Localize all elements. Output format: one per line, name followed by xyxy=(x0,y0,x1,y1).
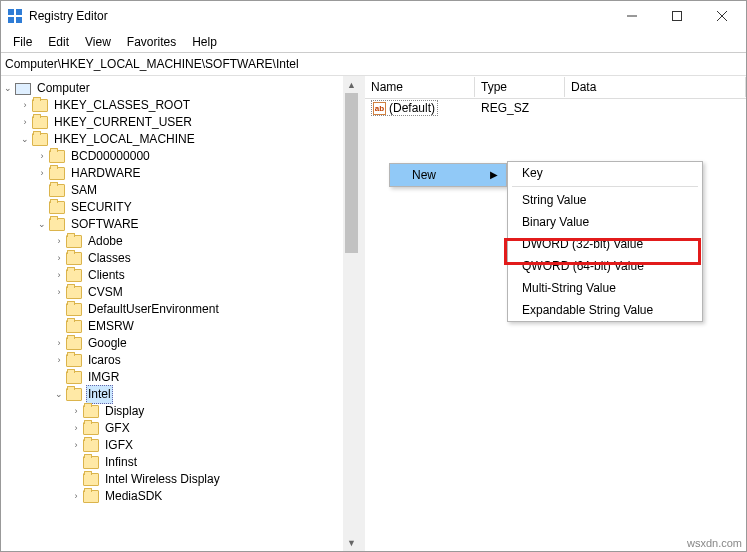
menu-favorites[interactable]: Favorites xyxy=(119,33,184,51)
submenu-arrow-icon: ▶ xyxy=(490,169,498,180)
app-icon xyxy=(7,8,23,24)
minimize-button[interactable] xyxy=(609,2,654,30)
tree-item[interactable]: EMSRW xyxy=(86,318,136,335)
folder-icon xyxy=(32,116,48,129)
expander-icon[interactable]: ⌄ xyxy=(1,80,15,97)
tree-item[interactable]: IMGR xyxy=(86,369,121,386)
svg-rect-1 xyxy=(16,9,22,15)
scroll-up-icon[interactable]: ▲ xyxy=(343,76,360,93)
folder-icon xyxy=(49,150,65,163)
folder-icon xyxy=(66,354,82,367)
tree-item[interactable]: GFX xyxy=(103,420,132,437)
folder-icon xyxy=(66,303,82,316)
folder-icon xyxy=(49,218,65,231)
folder-icon xyxy=(83,473,99,486)
folder-icon xyxy=(66,235,82,248)
list-row[interactable]: ab (Default) REG_SZ xyxy=(365,99,746,117)
folder-icon xyxy=(66,337,82,350)
tree-item[interactable]: Icaros xyxy=(86,352,123,369)
tree-item[interactable]: IGFX xyxy=(103,437,135,454)
expander-icon[interactable]: › xyxy=(52,335,66,352)
scroll-down-icon[interactable]: ▼ xyxy=(343,534,360,551)
folder-icon xyxy=(66,252,82,265)
tree-item[interactable]: Google xyxy=(86,335,129,352)
expander-icon[interactable]: › xyxy=(69,488,83,505)
expander-icon[interactable]: › xyxy=(18,97,32,114)
tree-item[interactable]: BCD00000000 xyxy=(69,148,152,165)
tree-hkcr[interactable]: HKEY_CLASSES_ROOT xyxy=(52,97,192,114)
svg-rect-5 xyxy=(672,12,681,21)
menu-item-multistring[interactable]: Multi-String Value xyxy=(508,277,702,299)
expander-icon[interactable]: ⌄ xyxy=(18,131,32,148)
expander-icon[interactable]: › xyxy=(35,165,49,182)
expander-icon[interactable]: ⌄ xyxy=(35,216,49,233)
window-controls xyxy=(609,2,744,30)
context-submenu: Key String Value Binary Value DWORD (32-… xyxy=(507,161,703,322)
context-menu: New ▶ xyxy=(389,163,507,187)
folder-icon xyxy=(83,456,99,469)
expander-icon[interactable]: › xyxy=(69,403,83,420)
expander-icon[interactable]: › xyxy=(52,352,66,369)
menu-item-expandstring[interactable]: Expandable String Value xyxy=(508,299,702,321)
expander-icon[interactable]: › xyxy=(69,437,83,454)
maximize-button[interactable] xyxy=(654,2,699,30)
expander-icon[interactable]: ⌄ xyxy=(52,386,66,403)
address-input[interactable] xyxy=(5,57,742,71)
tree-hklm[interactable]: HKEY_LOCAL_MACHINE xyxy=(52,131,197,148)
menu-item-qword[interactable]: QWORD (64-bit) Value xyxy=(508,255,702,277)
menu-edit[interactable]: Edit xyxy=(40,33,77,51)
address-bar xyxy=(1,53,746,76)
tree-item[interactable]: Display xyxy=(103,403,146,420)
list-header: Name Type Data xyxy=(365,76,746,99)
tree-item[interactable]: Classes xyxy=(86,250,133,267)
tree-item[interactable]: SECURITY xyxy=(69,199,134,216)
tree-software[interactable]: SOFTWARE xyxy=(69,216,141,233)
tree-item[interactable]: Intel Wireless Display xyxy=(103,471,222,488)
tree: ⌄Computer ›HKEY_CLASSES_ROOT ›HKEY_CURRE… xyxy=(1,76,360,505)
col-name[interactable]: Name xyxy=(365,77,475,97)
tree-item[interactable]: Adobe xyxy=(86,233,125,250)
folder-icon xyxy=(66,388,82,401)
menu-item-key[interactable]: Key xyxy=(508,162,702,184)
menu-item-binary[interactable]: Binary Value xyxy=(508,211,702,233)
expander-icon[interactable]: › xyxy=(52,267,66,284)
title-bar: Registry Editor xyxy=(1,1,746,31)
expander-icon[interactable]: › xyxy=(52,250,66,267)
folder-icon xyxy=(49,201,65,214)
tree-item[interactable]: CVSM xyxy=(86,284,125,301)
folder-icon xyxy=(66,371,82,384)
expander-icon[interactable]: › xyxy=(69,420,83,437)
folder-icon xyxy=(66,320,82,333)
menu-item-new[interactable]: New ▶ xyxy=(390,164,506,186)
tree-pane: ⌄Computer ›HKEY_CLASSES_ROOT ›HKEY_CURRE… xyxy=(1,76,360,551)
svg-rect-2 xyxy=(8,17,14,23)
tree-item[interactable]: SAM xyxy=(69,182,99,199)
scroll-thumb[interactable] xyxy=(345,93,358,253)
expander-icon[interactable]: › xyxy=(35,148,49,165)
value-type: REG_SZ xyxy=(475,100,565,116)
tree-scrollbar[interactable]: ▲ ▼ xyxy=(343,76,360,551)
expander-icon[interactable]: › xyxy=(52,284,66,301)
col-data[interactable]: Data xyxy=(565,77,746,97)
tree-intel-selected[interactable]: Intel xyxy=(86,385,113,404)
col-type[interactable]: Type xyxy=(475,77,565,97)
folder-icon xyxy=(32,133,48,146)
window-title: Registry Editor xyxy=(29,9,609,23)
menu-file[interactable]: File xyxy=(5,33,40,51)
expander-icon[interactable]: › xyxy=(52,233,66,250)
menu-help[interactable]: Help xyxy=(184,33,225,51)
tree-item[interactable]: Infinst xyxy=(103,454,139,471)
menu-item-string[interactable]: String Value xyxy=(508,189,702,211)
tree-hkcu[interactable]: HKEY_CURRENT_USER xyxy=(52,114,194,131)
expander-icon[interactable]: › xyxy=(18,114,32,131)
close-button[interactable] xyxy=(699,2,744,30)
tree-item[interactable]: DefaultUserEnvironment xyxy=(86,301,221,318)
tree-root[interactable]: Computer xyxy=(35,80,92,97)
tree-item[interactable]: MediaSDK xyxy=(103,488,164,505)
tree-item[interactable]: HARDWARE xyxy=(69,165,143,182)
menu-item-dword[interactable]: DWORD (32-bit) Value xyxy=(508,233,702,255)
menu-view[interactable]: View xyxy=(77,33,119,51)
tree-item[interactable]: Clients xyxy=(86,267,127,284)
svg-rect-3 xyxy=(16,17,22,23)
folder-icon xyxy=(83,490,99,503)
